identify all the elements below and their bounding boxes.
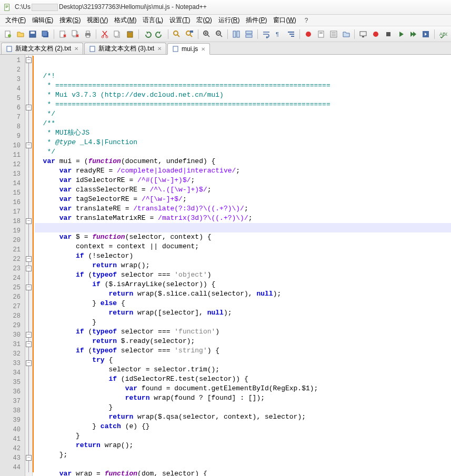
func-list-icon[interactable]	[328, 28, 339, 40]
save-all-icon[interactable]	[39, 28, 51, 40]
code-line[interactable]: */	[35, 109, 451, 119]
code-line[interactable]: }	[35, 431, 451, 441]
paste-icon[interactable]	[124, 28, 136, 40]
code-line[interactable]: return wrap([selector], null);	[35, 308, 451, 318]
menu-t[interactable]: 设置(T)	[166, 15, 193, 26]
code-line[interactable]: if (idSelectorRE.test(selector)) {	[35, 374, 451, 384]
play-icon[interactable]	[395, 28, 407, 40]
code-line[interactable]: }	[35, 403, 451, 412]
code-line[interactable]: var tagSelectorRE = /^[\w-]+$/;	[35, 195, 451, 204]
fold-toggle-icon[interactable]: −	[26, 256, 32, 262]
menu-help[interactable]: ?	[302, 16, 312, 25]
folder-workspace-icon[interactable]	[340, 28, 352, 40]
sync-h-icon[interactable]	[243, 28, 255, 40]
code-area[interactable]: /*! * ==================================…	[33, 55, 451, 476]
new-file-icon[interactable]	[2, 28, 14, 40]
indent-guide-icon[interactable]	[286, 28, 297, 40]
tab-2[interactable]: mui.js✕	[167, 43, 210, 55]
code-line[interactable]: if ($.isArrayLike(selector)) {	[35, 280, 451, 289]
tab-close-icon[interactable]: ✕	[74, 46, 78, 52]
menu-l[interactable]: 语言(L)	[139, 15, 166, 26]
code-line[interactable]	[35, 223, 451, 232]
fold-toggle-icon[interactable]: −	[26, 285, 32, 290]
code-line[interactable]: var readyRE = /complete|loaded|interacti…	[35, 166, 451, 176]
code-line[interactable]: if (typeof selector === 'object')	[35, 270, 451, 280]
menu-p[interactable]: 插件(P)	[243, 15, 270, 26]
fold-toggle-icon[interactable]: −	[26, 143, 32, 148]
fold-toggle-icon[interactable]: −	[26, 105, 32, 110]
menu-f[interactable]: 文件(F)	[2, 15, 29, 26]
tab-1[interactable]: 新建文本文档 (3).txt✕	[84, 43, 166, 54]
fold-toggle-icon[interactable]: −	[26, 266, 32, 271]
fold-toggle-icon[interactable]: −	[26, 218, 32, 224]
zoom-in-icon[interactable]	[201, 28, 213, 40]
find-icon[interactable]	[171, 28, 183, 40]
zoom-out-icon[interactable]	[214, 28, 225, 40]
menu-o[interactable]: 宏(O)	[193, 15, 215, 26]
code-line[interactable]: context = context || document;	[35, 242, 451, 251]
code-line[interactable]: if (!selector)	[35, 251, 451, 261]
code-line[interactable]: };	[35, 450, 451, 460]
code-line[interactable]: } else {	[35, 299, 451, 308]
code-line[interactable]: return wrap(found ? [found] : []);	[35, 393, 451, 403]
fold-toggle-icon[interactable]: −	[26, 332, 32, 338]
code-line[interactable]: } catch (e) {}	[35, 422, 451, 431]
code-line[interactable]: return wrap($.slice.call(selector), null…	[35, 289, 451, 299]
record-icon[interactable]	[370, 28, 382, 40]
code-line[interactable]: var idSelectorRE = /^#([\w-]+)$/;	[35, 176, 451, 185]
code-line[interactable]: return wrap();	[35, 261, 451, 270]
close-icon[interactable]	[57, 28, 68, 40]
wordwrap-icon[interactable]	[260, 28, 272, 40]
tab-close-icon[interactable]: ✕	[201, 46, 205, 52]
code-line[interactable]: /**	[35, 119, 451, 128]
code-line[interactable]: var mui = (function(document, undefined)…	[35, 157, 451, 166]
code-line[interactable]: /*!	[35, 72, 451, 81]
close-all-icon[interactable]	[69, 28, 81, 40]
code-line[interactable]: var translateMatrixRE = /matrix(3d)?\((.…	[35, 214, 451, 223]
open-folder-icon[interactable]	[15, 28, 26, 40]
code-line[interactable]: * ======================================…	[35, 100, 451, 109]
tab-close-icon[interactable]: ✕	[157, 46, 162, 52]
code-line[interactable]: selector = selector.trim();	[35, 365, 451, 374]
doc-map-icon[interactable]	[315, 28, 327, 40]
tab-0[interactable]: 新建文本文档 (2).txt✕	[1, 43, 83, 54]
spellcheck-icon[interactable]: ABC	[437, 28, 449, 40]
fold-toggle-icon[interactable]: −	[26, 57, 32, 63]
menu-m[interactable]: 格式(M)	[111, 15, 139, 26]
undo-icon[interactable]	[142, 28, 153, 40]
code-line[interactable]	[35, 460, 451, 469]
fold-toggle-icon[interactable]: −	[26, 455, 32, 461]
code-line[interactable]: */	[35, 147, 451, 157]
sync-v-icon[interactable]	[230, 28, 242, 40]
redo-icon[interactable]	[154, 28, 166, 40]
fold-toggle-icon[interactable]: −	[26, 360, 32, 366]
lang-udl-icon[interactable]	[303, 28, 314, 40]
code-line[interactable]: var found = document.getElementById(RegE…	[35, 384, 451, 393]
stop-icon[interactable]	[383, 28, 394, 40]
code-line[interactable]: var wrap = function(dom, selector) {	[35, 469, 451, 476]
code-line[interactable]: * Mui v3.7.3 (http://dev.dcloud.net.cn/m…	[35, 90, 451, 100]
fold-toggle-icon[interactable]: −	[26, 341, 32, 347]
code-line[interactable]: }	[35, 318, 451, 327]
play-multi-icon[interactable]	[408, 28, 419, 40]
monitor-icon[interactable]	[357, 28, 369, 40]
code-line[interactable]: var translateRE = /translate(?:3d)?\((.+…	[35, 204, 451, 214]
code-line[interactable]: return $.ready(selector);	[35, 337, 451, 346]
save-icon[interactable]	[27, 28, 39, 40]
code-line[interactable]: var classSelectorRE = /^\.([\w-]+)$/;	[35, 185, 451, 195]
code-line[interactable]: if (typeof selector === 'function')	[35, 327, 451, 337]
save-macro-icon[interactable]	[420, 28, 432, 40]
code-line[interactable]: var $ = function(selector, context) {	[35, 232, 451, 242]
allchars-icon[interactable]: ¶	[273, 28, 285, 40]
menu-v[interactable]: 视图(V)	[84, 15, 111, 26]
code-line[interactable]: * ======================================…	[35, 81, 451, 90]
code-line[interactable]: return wrap($.qsa(selector, context), se…	[35, 412, 451, 422]
menu-s[interactable]: 搜索(S)	[56, 15, 84, 26]
copy-icon[interactable]	[112, 28, 123, 40]
code-line[interactable]: if (typeof selector === 'string') {	[35, 346, 451, 356]
print-icon[interactable]	[82, 28, 94, 40]
code-line[interactable]: * MUI核心JS	[35, 128, 451, 138]
code-line[interactable]: return wrap();	[35, 441, 451, 450]
menu-e[interactable]: 编辑(E)	[29, 15, 56, 26]
code-line[interactable]: * @type _L4.$|Function	[35, 138, 451, 147]
